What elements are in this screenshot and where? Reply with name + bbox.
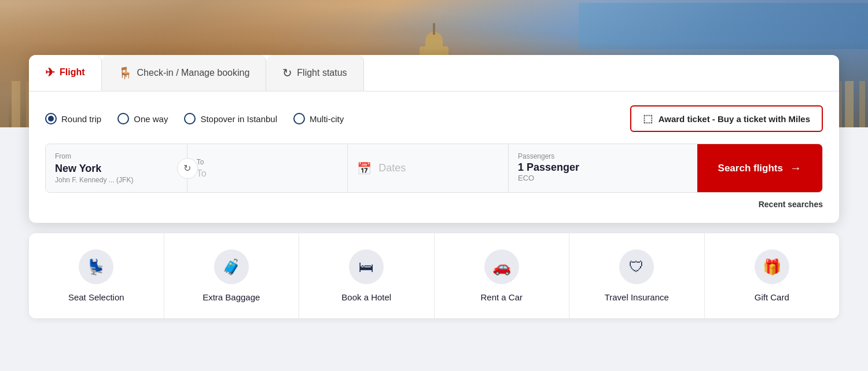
from-label: From bbox=[55, 152, 178, 160]
quick-action-gift[interactable]: 🎁 Gift Card bbox=[705, 233, 840, 318]
gift-icon-circle: 🎁 bbox=[755, 249, 789, 284]
radio-roundtrip-label: Round trip bbox=[61, 114, 101, 124]
quick-action-car[interactable]: 🚗 Rent a Car bbox=[435, 233, 570, 318]
checkin-tab-icon: 🪑 bbox=[118, 66, 133, 80]
hotel-icon-circle: 🛏 bbox=[349, 249, 384, 284]
car-icon-circle: 🚗 bbox=[484, 249, 519, 284]
seat-label: Seat Selection bbox=[68, 292, 124, 302]
search-fields-row: From New York John F. Kennedy ... (JFK) … bbox=[45, 144, 823, 193]
search-area: Round trip One way Stopover in Istanbul … bbox=[29, 91, 839, 223]
quick-action-baggage[interactable]: 🧳 Extra Baggage bbox=[164, 233, 300, 318]
status-tab-icon: ↻ bbox=[282, 66, 292, 80]
to-placeholder: To bbox=[197, 168, 339, 179]
hotel-icon: 🛏 bbox=[359, 258, 374, 276]
hotel-label: Book a Hotel bbox=[341, 292, 391, 302]
award-icon: ⬚ bbox=[643, 112, 653, 125]
radio-multicity[interactable]: Multi-city bbox=[293, 113, 344, 124]
from-sub: John F. Kennedy ... (JFK) bbox=[55, 176, 178, 184]
baggage-icon-circle: 🧳 bbox=[214, 249, 249, 284]
radio-stopover-circle bbox=[184, 113, 196, 124]
dates-field[interactable]: 📅 Dates bbox=[348, 144, 509, 192]
radio-stopover-label: Stopover in Istanbul bbox=[200, 114, 277, 124]
recent-searches-link[interactable]: Recent searches bbox=[759, 200, 823, 209]
search-button-label: Search flights bbox=[718, 163, 783, 174]
quick-action-hotel[interactable]: 🛏 Book a Hotel bbox=[299, 233, 435, 318]
radio-roundtrip[interactable]: Round trip bbox=[45, 113, 101, 124]
radio-stopover[interactable]: Stopover in Istanbul bbox=[184, 113, 277, 124]
quick-action-seat[interactable]: 💺 Seat Selection bbox=[29, 233, 164, 318]
passengers-label: Passengers bbox=[518, 152, 688, 160]
booking-card: ✈ Flight 🪑 Check-in / Manage booking ↻ F… bbox=[29, 55, 839, 223]
award-ticket-button[interactable]: ⬚ Award ticket - Buy a ticket with Miles bbox=[630, 105, 823, 132]
tab-flight[interactable]: ✈ Flight bbox=[29, 55, 102, 91]
car-label: Rent a Car bbox=[480, 292, 523, 302]
quick-action-insurance[interactable]: 🛡 Travel Insurance bbox=[569, 233, 705, 318]
insurance-icon-circle: 🛡 bbox=[619, 249, 654, 284]
dates-placeholder: Dates bbox=[378, 162, 406, 174]
baggage-icon: 🧳 bbox=[222, 258, 241, 276]
radio-roundtrip-circle bbox=[45, 113, 57, 124]
search-arrow-icon: → bbox=[790, 161, 801, 175]
tab-checkin[interactable]: 🪑 Check-in / Manage booking bbox=[102, 55, 267, 91]
insurance-icon: 🛡 bbox=[629, 258, 644, 276]
seat-icon: 💺 bbox=[87, 258, 105, 276]
radio-oneway-label: One way bbox=[134, 114, 168, 124]
car-icon: 🚗 bbox=[492, 258, 511, 276]
main-container: ✈ Flight 🪑 Check-in / Manage booking ↻ F… bbox=[0, 0, 868, 318]
recent-searches-row: Recent searches bbox=[45, 193, 823, 211]
from-field[interactable]: From New York John F. Kennedy ... (JFK) bbox=[46, 144, 187, 192]
trip-type-row: Round trip One way Stopover in Istanbul … bbox=[45, 105, 823, 132]
search-button[interactable]: Search flights → bbox=[697, 144, 822, 192]
tabs-row: ✈ Flight 🪑 Check-in / Manage booking ↻ F… bbox=[29, 55, 839, 91]
to-label: To bbox=[197, 158, 339, 166]
passengers-field[interactable]: Passengers 1 Passenger ECO bbox=[509, 144, 697, 192]
passenger-class: ECO bbox=[518, 174, 688, 182]
radio-multicity-circle bbox=[293, 113, 305, 124]
radio-oneway-circle bbox=[117, 113, 129, 124]
to-field[interactable]: To To bbox=[187, 144, 348, 192]
tab-status[interactable]: ↻ Flight status bbox=[266, 55, 363, 91]
gift-label: Gift Card bbox=[755, 292, 789, 302]
quick-actions: 💺 Seat Selection 🧳 Extra Baggage 🛏 Book … bbox=[29, 233, 839, 318]
tab-status-label: Flight status bbox=[297, 68, 347, 78]
baggage-label: Extra Baggage bbox=[203, 292, 260, 302]
swap-button[interactable]: ↻ bbox=[177, 158, 198, 179]
flight-tab-icon: ✈ bbox=[45, 65, 55, 79]
award-ticket-label: Award ticket - Buy a ticket with Miles bbox=[659, 114, 810, 124]
radio-oneway[interactable]: One way bbox=[117, 113, 168, 124]
insurance-label: Travel Insurance bbox=[605, 292, 669, 302]
from-wrapper: From New York John F. Kennedy ... (JFK) … bbox=[46, 144, 187, 192]
tab-flight-label: Flight bbox=[60, 67, 85, 78]
tab-checkin-label: Check-in / Manage booking bbox=[137, 68, 250, 78]
gift-icon: 🎁 bbox=[763, 258, 781, 276]
seat-icon-circle: 💺 bbox=[79, 249, 113, 284]
radio-multicity-label: Multi-city bbox=[310, 114, 344, 124]
passenger-count: 1 Passenger bbox=[518, 161, 688, 174]
calendar-icon: 📅 bbox=[357, 161, 372, 175]
from-value: New York bbox=[55, 163, 178, 175]
